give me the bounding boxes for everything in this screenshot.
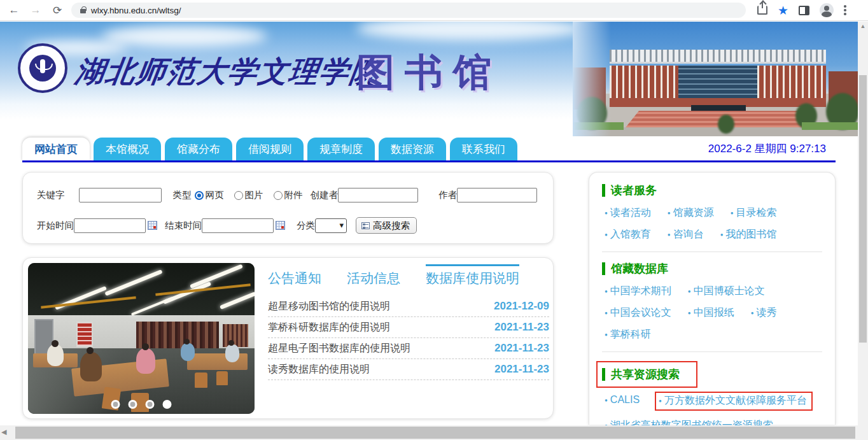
news-item-title[interactable]: 掌桥科研数据库的使用说明 [268, 321, 390, 334]
sidebar-link-duxiu[interactable]: 读秀 [751, 306, 777, 320]
sidebar-section-databases: 馆藏数据库 [602, 261, 822, 276]
carousel-dot-3[interactable] [146, 400, 155, 409]
radio-attachment-label[interactable]: 附件 [284, 189, 303, 201]
type-label: 类型 [173, 189, 192, 201]
calendar-icon[interactable] [148, 221, 157, 230]
news-item-date: 2021-11-23 [494, 363, 549, 376]
horizontal-scrollbar[interactable]: ◀ [0, 425, 858, 440]
carousel-dot-1[interactable] [111, 400, 120, 409]
news-item-title[interactable]: 超星电子图书数据库的使用说明 [268, 342, 410, 355]
photo-carousel[interactable] [28, 263, 255, 414]
sidebar-link-cnki-journals[interactable]: 中国学术期刊 [605, 285, 671, 298]
news-tabs: 公告通知 活动信息 数据库使用说明 [262, 264, 549, 287]
url-text[interactable]: wlxy.hbnu.edu.cn/wltsg/ [91, 6, 181, 15]
share-icon[interactable] [757, 6, 767, 15]
refresh-button[interactable]: ⟳ [50, 3, 65, 18]
carousel-dot-2[interactable] [129, 400, 137, 409]
forward-button[interactable]: → [28, 3, 43, 18]
site-banner: 湖北师范大学文理学院 图书馆 [0, 22, 858, 136]
scrollbar-corner [858, 425, 868, 440]
keyword-input[interactable] [79, 188, 162, 202]
sidebar-section-shared-search: 共享资源搜索 [602, 367, 680, 382]
radio-webpage[interactable] [195, 191, 204, 200]
news-item-title[interactable]: 读秀数据库的使用说明 [268, 363, 370, 376]
sidebar-link-conference-papers[interactable]: 中国会议论文 [605, 306, 671, 320]
university-seal-logo [18, 43, 67, 93]
scroll-up-icon[interactable]: ▲ [858, 22, 868, 31]
author-input[interactable] [457, 188, 537, 202]
sidebar-link-my-library[interactable]: 我的图书馆 [720, 228, 777, 241]
tab-borrow-rules[interactable]: 借阅规则 [236, 138, 304, 161]
news-panel: 公告通知 活动信息 数据库使用说明 超星移动图书馆的使用说明 2021-12-0… [22, 257, 554, 419]
sidebar-link-wanfang-foreign[interactable]: 万方数据外文文献保障服务平台 [655, 392, 813, 411]
menu-dots-icon[interactable] [844, 5, 846, 15]
news-tab-announcements[interactable]: 公告通知 [268, 264, 321, 287]
sidebar-link-catalog-search[interactable]: 目录检索 [731, 206, 777, 220]
sidebar-link-newspapers[interactable]: 中国报纸 [688, 306, 734, 320]
vertical-scroll-thumb[interactable] [859, 75, 867, 343]
carousel-dots [111, 400, 172, 409]
end-date-input[interactable] [202, 218, 274, 233]
advanced-search-button[interactable]: 高级搜索 [356, 217, 417, 234]
news-tab-database-guides[interactable]: 数据库使用说明 [426, 264, 519, 287]
keyword-label: 关键字 [37, 189, 65, 201]
news-list: 超星移动图书馆的使用说明 2021-12-09 掌桥科研数据库的使用说明 202… [262, 296, 549, 380]
lock-icon [80, 9, 86, 13]
green-bar-icon [602, 184, 605, 197]
sidebar-link-zhangqiao[interactable]: 掌桥科研 [605, 328, 651, 341]
news-item[interactable]: 读秀数据库的使用说明 2021-11-23 [268, 359, 549, 380]
news-item[interactable]: 超星电子图书数据库的使用说明 2021-11-23 [268, 338, 549, 359]
tab-overview[interactable]: 本馆概况 [94, 138, 161, 161]
scroll-left-icon[interactable]: ◀ [1, 428, 6, 436]
address-bar[interactable]: wlxy.hbnu.edu.cn/wltsg/ [71, 3, 746, 18]
tab-collection-layout[interactable]: 馆藏分布 [165, 138, 232, 161]
profile-avatar-icon[interactable] [820, 3, 834, 17]
browser-chrome: ← → ⟳ wlxy.hbnu.edu.cn/wltsg/ ★ [0, 0, 868, 21]
divider [602, 252, 822, 252]
main-nav: 网站首页 本馆概况 馆藏分布 借阅规则 规章制度 数据资源 联系我们 [22, 138, 517, 161]
horizontal-scroll-thumb[interactable] [15, 427, 855, 439]
tab-contact[interactable]: 联系我们 [450, 138, 517, 161]
radio-image-label[interactable]: 图片 [245, 189, 263, 201]
bookmark-star-icon[interactable]: ★ [778, 4, 788, 17]
end-date-label: 结束时间 [165, 220, 202, 232]
search-panel: 关键字 类型 网页 图片 附件 创建者 作者 开始时间 结束时间 分类 [22, 172, 554, 244]
datetime-display: 2022-6-2 星期四 9:27:13 [708, 141, 826, 156]
radio-webpage-label[interactable]: 网页 [206, 189, 224, 201]
sidebar-link-info-desk[interactable]: 咨询台 [668, 228, 704, 241]
start-date-label: 开始时间 [37, 220, 74, 232]
carousel-dot-4[interactable] [163, 400, 172, 409]
nav-underline [22, 160, 836, 162]
sidebar-link-theses[interactable]: 中国博硕士论文 [688, 285, 765, 298]
highlight-box-shared-search: 共享资源搜索 [596, 361, 697, 388]
sidebar-panel: 读者服务 读者活动 馆藏资源 目录检索 入馆教育 咨询台 我的图书馆 馆藏数据库… [589, 172, 836, 425]
news-item-date: 2021-11-23 [494, 342, 549, 355]
tab-regulations[interactable]: 规章制度 [307, 138, 375, 161]
sidebar-link-collection-resources[interactable]: 馆藏资源 [668, 206, 714, 220]
radio-attachment[interactable] [274, 191, 283, 200]
green-bar-icon [602, 368, 605, 381]
creator-label: 创建者 [311, 189, 339, 201]
news-item-date: 2021-11-23 [494, 321, 549, 334]
sidebar-link-library-education[interactable]: 入馆教育 [605, 228, 651, 241]
start-date-input[interactable] [74, 218, 146, 233]
creator-input[interactable] [338, 188, 418, 202]
side-panel-icon[interactable] [799, 6, 809, 15]
category-select[interactable] [315, 218, 347, 233]
green-bar-icon [602, 262, 605, 275]
news-item[interactable]: 掌桥科研数据库的使用说明 2021-11-23 [268, 317, 549, 338]
news-item-title[interactable]: 超星移动图书馆的使用说明 [268, 300, 390, 313]
vertical-scrollbar[interactable]: ▲ [858, 22, 868, 425]
news-tab-activities[interactable]: 活动信息 [347, 264, 400, 287]
calendar-icon[interactable] [276, 221, 285, 230]
library-title: 图书馆 [356, 47, 501, 99]
radio-image[interactable] [234, 191, 243, 200]
tab-home[interactable]: 网站首页 [22, 138, 90, 161]
news-item[interactable]: 超星移动图书馆的使用说明 2021-12-09 [268, 296, 549, 317]
back-button[interactable]: ← [6, 3, 22, 18]
library-building-photo [573, 22, 858, 136]
sidebar-link-reader-activities[interactable]: 读者活动 [605, 206, 651, 220]
sidebar-section-reader-services: 读者服务 [602, 183, 822, 198]
sidebar-link-calis[interactable]: CALIS [605, 394, 640, 411]
tab-data-resources[interactable]: 数据资源 [379, 138, 446, 161]
